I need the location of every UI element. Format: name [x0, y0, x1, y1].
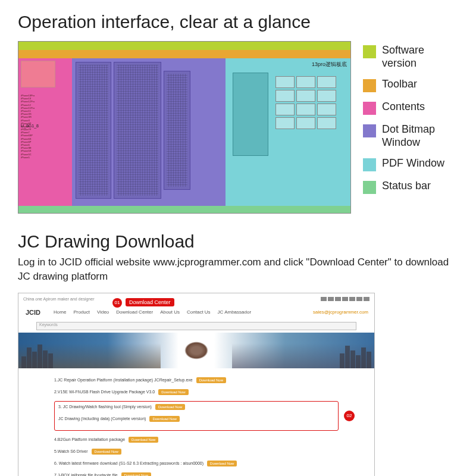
dot-bitmap-window[interactable]: [72, 58, 226, 206]
download-button[interactable]: Download Now: [121, 472, 151, 476]
flag-icon[interactable]: [328, 297, 334, 301]
nav-link[interactable]: Product: [73, 309, 90, 315]
flag-icon[interactable]: [356, 297, 362, 301]
download-list: 1.JC Repair Operation Platform (Installa…: [18, 368, 374, 476]
pcb-view-2[interactable]: [114, 62, 161, 199]
legend-label: Status bar: [382, 180, 431, 193]
legend-swatch: [363, 124, 376, 137]
download-text: 2.V15E Wi-Fi\USB Flash Drive Upgrade Pac…: [54, 390, 155, 394]
legend-item: Software version: [363, 44, 458, 70]
legend-swatch: [363, 79, 376, 92]
pdf-blocks: [275, 76, 347, 129]
flag-icon[interactable]: [364, 297, 369, 301]
highlighted-downloads: 023. JC Drawing/Watch flashing tool (Sim…: [54, 401, 339, 431]
website-topbar: China one Apirom maker and designer: [18, 293, 374, 305]
legend-swatch: [363, 158, 376, 171]
flag-icon[interactable]: [321, 297, 327, 301]
legend-item: Dot Bitmap Window: [363, 123, 458, 149]
contents-sidebar[interactable]: iPhone13ProiPhone13iPhone12ProiPhone12iP…: [18, 58, 72, 206]
tree-box: [21, 61, 55, 87]
status-bar: [18, 206, 350, 213]
download-button[interactable]: Download Now: [149, 416, 179, 422]
main-area: iPhone13ProiPhone13iPhone12ProiPhone12iP…: [18, 58, 350, 206]
nav-link[interactable]: Video: [97, 309, 109, 315]
flag-icon[interactable]: [349, 297, 355, 301]
app-window: iPhone13ProiPhone13iPhone12ProiPhone12iP…: [18, 41, 351, 214]
website-screenshot: China one Apirom maker and designer Down…: [18, 293, 375, 476]
pdf-label: 13pro逻辑板底: [312, 61, 347, 68]
download-button[interactable]: Download Now: [92, 449, 121, 455]
download-text: 7.J-BOX jailbreak file jboxtaote file: [54, 473, 118, 476]
search-input[interactable]: Keywords: [36, 322, 356, 330]
tree-label: U_8G1_8: [21, 124, 39, 128]
legend-label: Dot Bitmap Window: [382, 123, 458, 149]
download-row: 3. JC Drawing/Watch flashing tool (Simpl…: [58, 404, 334, 410]
download-row: 1.JC Repair Operation Platform (Installa…: [54, 377, 339, 383]
nav-link[interactable]: Download Center: [116, 309, 153, 315]
hero-banner: [18, 333, 374, 368]
handshake-image: [181, 339, 211, 362]
website-nav: Download Center JCID HomeProductVideoDow…: [18, 305, 374, 320]
download-row: JC Drawing (Including data) (Complete ve…: [58, 416, 334, 422]
download-button[interactable]: Download Now: [207, 461, 237, 466]
section2-title: JC Drawing Download: [18, 231, 458, 252]
nav-link[interactable]: Contact Us: [187, 309, 211, 315]
pdf-window[interactable]: 13pro逻辑板底: [226, 58, 350, 206]
download-button[interactable]: Download Now: [155, 404, 185, 410]
legend-label: Software version: [382, 44, 458, 70]
pdf-board: [233, 73, 268, 156]
download-row: 5.Watch S6 DriverDownload Now: [54, 449, 339, 455]
language-flags[interactable]: [321, 297, 369, 301]
download-text: 6. Watch latest firmware download (S1-S2…: [54, 461, 203, 465]
download-row: 7.J-BOX jailbreak file jboxtaote fileDow…: [54, 472, 339, 476]
legend-swatch: [363, 102, 376, 115]
website-tagline: China one Apirom maker and designer: [23, 297, 94, 301]
download-text: 5.Watch S6 Driver: [54, 449, 88, 453]
pcb-view-1[interactable]: [76, 62, 111, 199]
nav-link[interactable]: About Us: [160, 309, 180, 315]
legend-swatch: [363, 45, 376, 58]
section1-title: Operation interface, clear at a glance: [18, 12, 458, 32]
nav-link[interactable]: Home: [54, 309, 66, 315]
section1-body: iPhone13ProiPhone13iPhone12ProiPhone12iP…: [18, 41, 458, 214]
flag-icon[interactable]: [335, 297, 341, 301]
search-row: Keywords: [18, 320, 374, 333]
callout-02: 02: [344, 411, 355, 421]
legend-swatch: [363, 181, 376, 194]
contact-email[interactable]: sales@jcprogrammer.com: [313, 309, 368, 315]
legend-label: Toolbar: [382, 78, 417, 91]
toolbar[interactable]: [18, 50, 350, 58]
legend-label: Contents: [382, 101, 425, 114]
download-row: 2.V15E Wi-Fi\USB Flash Drive Upgrade Pac…: [54, 389, 339, 395]
download-row: 4.B2Gun Platform installation packageDow…: [54, 437, 339, 443]
nav-link[interactable]: JC Ambassador: [218, 309, 251, 315]
legend-item: Contents: [363, 101, 458, 115]
callout-download-center: Download Center: [126, 298, 174, 306]
download-row: 6. Watch latest firmware download (S1-S2…: [54, 461, 339, 466]
flag-icon[interactable]: [342, 297, 348, 301]
legend: Software versionToolbarContentsDot Bitma…: [363, 41, 458, 214]
download-button[interactable]: Download Now: [158, 389, 188, 395]
download-text: JC Drawing (Including data) (Complete ve…: [58, 416, 146, 421]
download-text: 4.B2Gun Platform installation package: [54, 437, 125, 441]
legend-label: PDF Window: [382, 157, 444, 170]
download-text: 1.JC Repair Operation Platform (Installa…: [54, 378, 193, 382]
pcb-view-3[interactable]: [164, 71, 190, 190]
download-button[interactable]: Download Now: [196, 377, 226, 383]
section2-subtitle: Log in to JCID official website www.jcpr…: [18, 255, 458, 284]
brand-logo[interactable]: JCID: [26, 309, 40, 316]
download-button[interactable]: Download Now: [129, 437, 158, 443]
legend-item: Status bar: [363, 180, 458, 194]
legend-item: PDF Window: [363, 157, 458, 171]
legend-item: Toolbar: [363, 78, 458, 92]
software-version-bar: [18, 42, 350, 50]
download-text: 3. JC Drawing/Watch flashing tool (Simpl…: [58, 405, 152, 409]
